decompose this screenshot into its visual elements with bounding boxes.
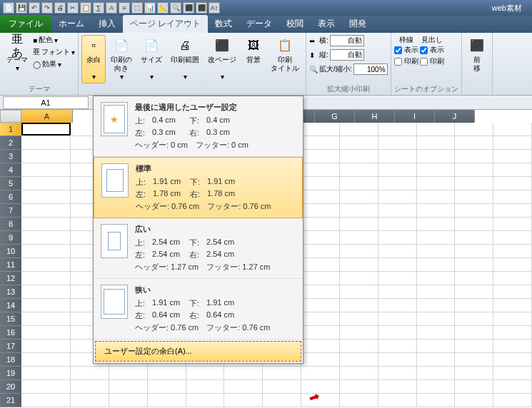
row-header[interactable]: 5 — [0, 177, 21, 190]
cell[interactable] — [417, 367, 456, 380]
cell[interactable] — [301, 299, 340, 312]
cell[interactable] — [301, 163, 340, 177]
cell[interactable] — [417, 190, 456, 204]
cell[interactable] — [21, 394, 71, 407]
orientation-button[interactable]: 📄印刷の 向き▾ — [107, 35, 136, 83]
cell[interactable] — [21, 367, 71, 380]
cell[interactable] — [224, 394, 263, 407]
qa-button-6[interactable]: 📋 — [80, 2, 91, 14]
row-header[interactable]: 4 — [0, 163, 21, 177]
cell[interactable] — [455, 136, 493, 150]
cell[interactable] — [263, 380, 301, 394]
cell[interactable] — [493, 177, 532, 190]
margins-button[interactable]: ▫ 余白▾ — [81, 35, 106, 83]
column-header[interactable]: A — [21, 110, 73, 123]
cell[interactable] — [455, 326, 493, 340]
cell[interactable] — [340, 218, 378, 231]
cell[interactable] — [378, 272, 417, 285]
headings-print-checkbox[interactable]: 印刷 — [420, 56, 444, 66]
tab-4[interactable]: データ — [239, 15, 279, 33]
cell[interactable] — [263, 367, 301, 380]
qa-button-5[interactable]: ✂ — [67, 2, 79, 14]
qa-button-8[interactable]: A — [106, 2, 117, 14]
cell[interactable] — [21, 312, 71, 326]
cell[interactable] — [21, 150, 71, 163]
qa-button-9[interactable]: ≡ — [119, 2, 130, 14]
themes-button[interactable]: 亜あ テーマ▾ — [3, 35, 31, 75]
cell[interactable] — [21, 353, 71, 367]
background-button[interactable]: 🖼背景 — [241, 35, 266, 66]
cell[interactable] — [378, 312, 417, 326]
cell[interactable] — [455, 190, 493, 204]
row-header[interactable]: 11 — [0, 258, 21, 272]
cell[interactable] — [417, 312, 456, 326]
cell[interactable] — [378, 150, 417, 163]
effects-button[interactable]: ◯ 効果 ▾ — [33, 59, 75, 69]
cell[interactable] — [148, 380, 186, 394]
cell[interactable] — [378, 190, 417, 204]
row-header[interactable]: 2 — [0, 136, 21, 150]
cell[interactable] — [71, 380, 109, 394]
cell[interactable] — [378, 285, 417, 299]
cell[interactable] — [301, 123, 340, 136]
cell[interactable] — [340, 394, 378, 407]
cell[interactable] — [493, 136, 532, 150]
cell[interactable] — [493, 231, 532, 245]
cell[interactable] — [417, 231, 456, 245]
cell[interactable] — [109, 367, 148, 380]
cell[interactable] — [340, 177, 378, 190]
cell[interactable] — [301, 245, 340, 258]
cell[interactable] — [340, 285, 378, 299]
breaks-button[interactable]: ⬛改ページ▾ — [204, 35, 240, 83]
cell[interactable] — [455, 312, 493, 326]
cell[interactable] — [455, 272, 493, 285]
cell[interactable] — [455, 218, 493, 231]
name-box[interactable]: A1 — [3, 96, 89, 109]
cell[interactable] — [493, 340, 532, 353]
cell[interactable] — [21, 123, 71, 136]
cell[interactable] — [493, 272, 532, 285]
cell[interactable] — [455, 353, 493, 367]
cell[interactable] — [493, 218, 532, 231]
margin-option-normal[interactable]: 標準上:1.91 cm下:1.91 cm左:1.78 cm右:1.78 cmヘッ… — [94, 157, 303, 218]
colors-button[interactable]: ■ 配色 ▾ — [33, 35, 75, 45]
cell[interactable] — [340, 163, 378, 177]
cell[interactable] — [378, 136, 417, 150]
tab-5[interactable]: 校閲 — [279, 15, 311, 33]
row-header[interactable]: 6 — [0, 190, 21, 204]
cell[interactable] — [21, 272, 71, 285]
cell[interactable] — [378, 258, 417, 272]
qa-button-1[interactable]: 💾 — [16, 2, 27, 14]
cell[interactable] — [340, 340, 378, 353]
cell[interactable] — [301, 218, 340, 231]
cell[interactable] — [301, 177, 340, 190]
fonts-button[interactable]: 亜 フォント ▾ — [33, 47, 75, 57]
margin-option-last[interactable]: 最後に適用したユーザー設定上:0.4 cm下:0.4 cm左:0.3 cm右:0… — [94, 96, 303, 157]
cell[interactable] — [417, 258, 456, 272]
cell[interactable] — [301, 258, 340, 272]
row-header[interactable]: 10 — [0, 245, 21, 258]
cell[interactable] — [21, 218, 71, 231]
cell[interactable] — [378, 177, 417, 190]
cell[interactable] — [340, 204, 378, 218]
cell[interactable] — [493, 394, 532, 407]
cell[interactable] — [21, 380, 71, 394]
scale-width-input[interactable] — [330, 35, 364, 46]
cell[interactable] — [21, 285, 71, 299]
cell[interactable] — [301, 136, 340, 150]
cell[interactable] — [340, 367, 378, 380]
cell[interactable] — [378, 245, 417, 258]
cell[interactable] — [301, 231, 340, 245]
cell[interactable] — [263, 394, 301, 407]
cell[interactable] — [493, 258, 532, 272]
cell[interactable] — [301, 204, 340, 218]
row-header[interactable]: 18 — [0, 353, 21, 367]
cell[interactable] — [148, 367, 186, 380]
cell[interactable] — [417, 299, 456, 312]
cell[interactable] — [417, 326, 456, 340]
cell[interactable] — [378, 218, 417, 231]
qa-button-15[interactable]: ⬛ — [196, 2, 207, 14]
cell[interactable] — [493, 163, 532, 177]
print-titles-button[interactable]: 📋印刷 タイトル — [267, 35, 303, 75]
row-header[interactable]: 17 — [0, 340, 21, 353]
